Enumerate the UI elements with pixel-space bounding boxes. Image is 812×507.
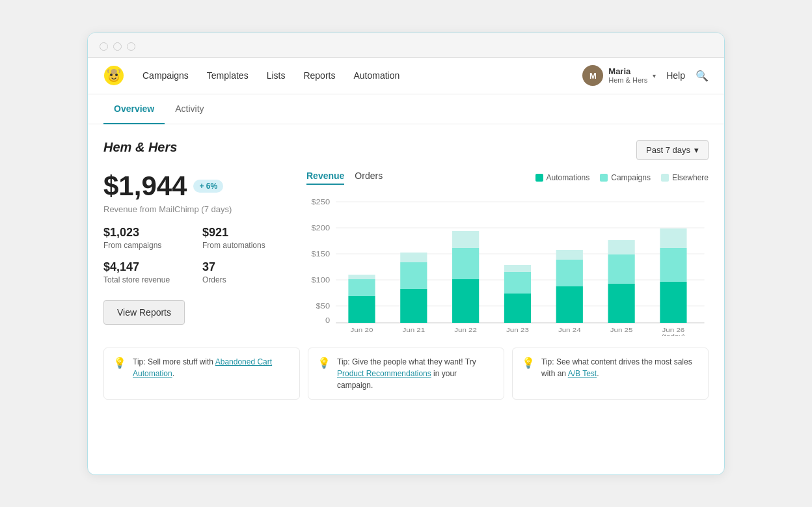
window-dot-green[interactable] <box>127 42 135 51</box>
legend-automations-label: Automations <box>547 173 590 182</box>
bar-jun21-automations <box>400 289 427 323</box>
main-content: Hem & Hers Past 7 days ▾ $1,944 + 6% Rev… <box>88 124 724 413</box>
bar-jun23-automations <box>504 294 531 323</box>
stat-automations: $921 From automations <box>202 226 286 250</box>
nav-items: Campaigns Templates Lists Reports Automa… <box>142 68 582 83</box>
chart-tabs: Revenue Orders <box>306 171 383 185</box>
right-panel: Revenue Orders Automations Campaigns <box>306 171 709 336</box>
revenue-label: Revenue from MailChimp (7 days) <box>103 204 286 214</box>
tab-overview[interactable]: Overview <box>103 94 165 124</box>
nav-bar: Campaigns Templates Lists Reports Automa… <box>88 58 724 94</box>
tip-link-2[interactable]: Product Recommendations <box>337 369 431 378</box>
svg-text:$150: $150 <box>311 251 330 257</box>
user-menu[interactable]: M Maria Hem & Hers ▾ <box>582 65 656 86</box>
legend-campaigns-dot <box>600 174 608 182</box>
nav-campaigns[interactable]: Campaigns <box>142 68 189 83</box>
top-row: Hem & Hers Past 7 days ▾ <box>103 140 709 160</box>
bar-jun24-automations <box>556 286 583 323</box>
user-company: Hem & Hers <box>608 76 647 85</box>
chart-tab-orders[interactable]: Orders <box>355 171 383 185</box>
window-dot-yellow[interactable] <box>113 42 122 51</box>
chart-area: $250 $200 $150 $100 $50 0 <box>306 193 709 336</box>
chart-legend: Automations Campaigns Elsewhere <box>535 173 709 182</box>
bar-jun23-campaigns <box>504 272 531 294</box>
avatar: M <box>582 65 603 86</box>
stat-orders-label: Orders <box>202 275 286 284</box>
svg-text:0: 0 <box>325 317 330 323</box>
legend-elsewhere-dot <box>661 174 669 182</box>
bar-jun24-elsewhere <box>556 250 583 260</box>
bar-jun21-campaigns <box>400 262 427 289</box>
bar-jun23-elsewhere <box>504 265 531 272</box>
bar-jun24-campaigns <box>556 260 583 286</box>
bar-jun25-automations <box>608 284 635 323</box>
tabs-bar: Overview Activity <box>88 94 724 124</box>
svg-text:Jun 20: Jun 20 <box>351 327 373 333</box>
revenue-badge: + 6% <box>193 180 223 193</box>
tab-activity[interactable]: Activity <box>165 94 214 124</box>
stat-total-revenue: $4,147 Total store revenue <box>103 260 187 284</box>
browser-chrome <box>88 33 724 58</box>
stat-automations-label: From automations <box>202 241 286 250</box>
stat-campaigns-value: $1,023 <box>103 226 187 240</box>
bar-chart: $250 $200 $150 $100 $50 0 <box>306 193 709 336</box>
date-filter-chevron: ▾ <box>694 145 699 155</box>
mailchimp-logo[interactable] <box>103 65 124 86</box>
bar-jun26-campaigns <box>660 248 686 282</box>
legend-elsewhere: Elsewhere <box>661 173 709 182</box>
legend-automations: Automations <box>535 173 590 182</box>
browser-window: Campaigns Templates Lists Reports Automa… <box>87 33 725 475</box>
stat-orders: 37 Orders <box>202 260 286 284</box>
svg-text:Jun 22: Jun 22 <box>454 327 477 333</box>
bar-jun26-elsewhere <box>660 228 686 248</box>
revenue-amount: $1,944 <box>103 171 187 202</box>
svg-point-3 <box>110 74 113 76</box>
user-text: Maria Hem & Hers <box>608 66 647 85</box>
chevron-down-icon: ▾ <box>653 72 656 79</box>
left-panel: $1,944 + 6% Revenue from MailChimp (7 da… <box>103 171 286 336</box>
stats-grid: $1,023 From campaigns $921 From automati… <box>103 226 286 284</box>
nav-reports[interactable]: Reports <box>303 68 335 83</box>
view-reports-button[interactable]: View Reports <box>103 300 185 325</box>
tip-card-2: 💡 Tip: Give the people what they want! T… <box>308 348 504 400</box>
svg-text:$100: $100 <box>311 277 330 283</box>
chart-tab-revenue[interactable]: Revenue <box>306 171 344 185</box>
svg-text:Jun 24: Jun 24 <box>558 327 581 333</box>
content-grid: $1,944 + 6% Revenue from MailChimp (7 da… <box>103 171 709 336</box>
tip-link-3[interactable]: A/B Test <box>568 369 597 378</box>
svg-text:Jun 23: Jun 23 <box>506 327 529 333</box>
revenue-main: $1,944 + 6% <box>103 171 286 202</box>
tip-icon-2: 💡 <box>318 357 331 369</box>
legend-campaigns: Campaigns <box>600 173 651 182</box>
tip-text-2: Tip: Give the people what they want! Try… <box>337 356 494 391</box>
bar-jun22-automations <box>452 279 479 323</box>
tips-row: 💡 Tip: Sell more stuff with Abandoned Ca… <box>103 348 709 400</box>
stat-campaigns-label: From campaigns <box>103 241 187 250</box>
nav-automation[interactable]: Automation <box>353 68 399 83</box>
page-title: Hem & Hers <box>103 140 177 155</box>
svg-text:$200: $200 <box>311 225 330 231</box>
chart-header: Revenue Orders Automations Campaigns <box>306 171 709 185</box>
help-button[interactable]: Help <box>666 70 685 81</box>
bar-jun25-elsewhere <box>608 240 635 254</box>
tip-card-1: 💡 Tip: Sell more stuff with Abandoned Ca… <box>103 348 300 400</box>
nav-right: M Maria Hem & Hers ▾ Help 🔍 <box>582 65 709 86</box>
tip-text-1: Tip: Sell more stuff with Abandoned Cart… <box>133 356 290 379</box>
bar-jun22-elsewhere <box>452 231 479 248</box>
tip-icon-3: 💡 <box>522 357 535 369</box>
tip-icon-1: 💡 <box>113 357 126 369</box>
window-dot-red[interactable] <box>100 42 108 51</box>
bar-jun22-campaigns <box>452 248 479 279</box>
legend-campaigns-label: Campaigns <box>611 173 651 182</box>
bar-jun20-automations <box>348 296 375 323</box>
nav-lists[interactable]: Lists <box>267 68 286 83</box>
stat-automations-value: $921 <box>202 226 286 240</box>
bar-jun25-campaigns <box>608 254 635 284</box>
bar-jun20-campaigns <box>348 279 375 296</box>
legend-elsewhere-label: Elsewhere <box>672 173 709 182</box>
bar-jun21-elsewhere <box>400 253 427 262</box>
nav-templates[interactable]: Templates <box>207 68 249 83</box>
date-filter[interactable]: Past 7 days ▾ <box>636 140 709 160</box>
bar-jun20-elsewhere <box>348 275 375 279</box>
search-icon[interactable]: 🔍 <box>696 70 709 82</box>
